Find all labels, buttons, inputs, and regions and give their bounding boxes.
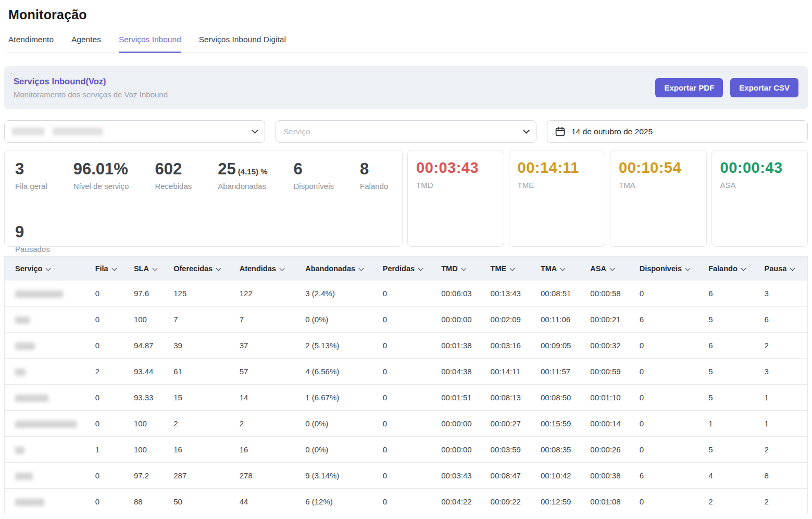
tab-servi-os-inbound[interactable]: Serviços Inbound: [119, 35, 181, 53]
stat-value: 3: [15, 161, 47, 177]
tab-servi-os-inbound-digital[interactable]: Serviços Inbound Digital: [199, 35, 286, 53]
column-header-asa[interactable]: ASA: [586, 257, 635, 281]
column-header-label: Serviço: [15, 264, 42, 273]
column-header-oferecidas[interactable]: Oferecidas: [169, 257, 235, 281]
cell-sla: 88: [130, 489, 169, 515]
cell-fila: 0: [91, 385, 130, 411]
service-name-cell: [5, 489, 91, 515]
cell-dispon-veis: 0: [635, 489, 705, 515]
cell-abandonadas: 0 (0%): [301, 307, 379, 333]
cell-tmd: 00:03:43: [437, 463, 486, 489]
cell-tma: 00:08:51: [536, 281, 586, 307]
cell-tma: 00:11:06: [536, 307, 586, 333]
stat-label: Nível de serviço: [73, 182, 129, 191]
export-csv-button[interactable]: Exportar CSV: [730, 78, 798, 97]
stat-n-vel-de-servi-o: 96.01%Nível de serviço: [73, 161, 129, 191]
column-header-fila[interactable]: Fila: [91, 257, 130, 281]
chevron-down-icon: [523, 127, 530, 134]
cell-perdidas: 0: [379, 411, 437, 437]
stat-label: Pausados: [15, 245, 50, 254]
column-header-abandonadas[interactable]: Abandonadas: [301, 257, 379, 281]
banner-text: Serviços Inbound(Voz) Monitoramento dos …: [14, 77, 168, 99]
service-name-cell: [5, 359, 91, 385]
cell-sla: 97.2: [130, 463, 169, 489]
cell-pausa: 2: [760, 333, 807, 359]
cell-pausa: 6: [760, 307, 807, 333]
cell-tmd: 00:01:51: [437, 385, 486, 411]
cell-atendidas: 122: [235, 281, 301, 307]
date-picker[interactable]: 14 de outubro de 2025: [547, 120, 808, 143]
sort-chevron-down-icon: [461, 266, 466, 271]
cell-abandonadas: 0 (0%): [301, 437, 379, 463]
service-select[interactable]: Serviço: [276, 120, 536, 143]
column-header-servi-o[interactable]: Serviço: [5, 257, 91, 281]
inbound-voice-banner: Serviços Inbound(Voz) Monitoramento dos …: [4, 66, 808, 109]
stat-abandonadas: 25(4.15) %Abandonadas: [218, 161, 267, 191]
sort-chevron-down-icon: [359, 266, 364, 271]
cell-tme: 00:08:13: [486, 385, 536, 411]
column-header-perdidas[interactable]: Perdidas: [379, 257, 437, 281]
column-header-tme[interactable]: TME: [486, 257, 536, 281]
cell-sla: 93.44: [130, 359, 169, 385]
redacted-service-name: [15, 290, 63, 298]
column-header-atendidas[interactable]: Atendidas: [235, 257, 301, 281]
table-row: 094.8739372 (5.13%)000:01:3800:03:1600:0…: [5, 333, 807, 359]
cell-oferecidas: 287: [169, 463, 235, 489]
redacted-queue-text: [12, 128, 44, 135]
cell-perdidas: 0: [379, 437, 437, 463]
time-card-label: TME: [518, 181, 597, 189]
cell-tma: 00:08:50: [536, 385, 586, 411]
cell-abandonadas: 9 (3.14%): [301, 463, 379, 489]
column-header-label: ASA: [590, 264, 606, 273]
stat-fila-geral: 3Fila geral: [15, 161, 47, 191]
tab-agentes[interactable]: Agentes: [71, 35, 101, 53]
cell-dispon-veis: 6: [635, 307, 705, 333]
stat-value: 25(4.15) %: [218, 161, 267, 177]
time-value: 00:10:54: [619, 160, 698, 175]
services-table-wrap: ServiçoFilaSLAOferecidasAtendidasAbandon…: [4, 256, 808, 514]
column-header-label: Oferecidas: [173, 264, 213, 273]
column-header-pausa[interactable]: Pausa: [760, 257, 807, 281]
cell-pausa: 8: [760, 463, 807, 489]
redacted-service-name: [15, 369, 26, 376]
cell-perdidas: 0: [379, 489, 437, 515]
cell-pausa: 2: [760, 489, 807, 515]
cell-tme: 00:13:43: [486, 281, 536, 307]
column-header-label: SLA: [134, 264, 149, 273]
stat-label: Abandonadas: [218, 182, 267, 191]
column-header-tmd[interactable]: TMD: [437, 257, 486, 281]
queue-select[interactable]: [4, 120, 265, 143]
stat-label: Disponíveis: [294, 182, 334, 191]
cell-asa: 00:01:08: [586, 489, 635, 515]
sort-chevron-down-icon: [418, 266, 423, 271]
redacted-service-name: [15, 395, 48, 402]
tab-atendimento[interactable]: Atendimento: [8, 35, 54, 53]
cell-dispon-veis: 6: [635, 463, 705, 489]
service-name-cell: [5, 385, 91, 411]
cell-tme: 00:03:16: [486, 333, 536, 359]
cell-pausa: 1: [760, 411, 807, 437]
time-card-tma: 00:10:54TMA: [610, 150, 707, 247]
banner-title: Serviços Inbound(Voz): [14, 77, 168, 86]
export-pdf-button[interactable]: Exportar PDF: [655, 78, 723, 97]
cell-pausa: 1: [760, 385, 807, 411]
service-name-cell: [5, 333, 91, 359]
cell-abandonadas: 2 (5.13%): [301, 333, 379, 359]
cell-tma: 00:08:35: [536, 437, 586, 463]
cell-dispon-veis: 0: [635, 437, 705, 463]
cell-fila: 1: [91, 437, 130, 463]
service-name-cell: [5, 411, 91, 437]
sort-chevron-down-icon: [790, 266, 795, 271]
cell-perdidas: 0: [379, 463, 437, 489]
column-header-label: Abandonadas: [305, 264, 355, 273]
cell-fila: 2: [91, 359, 130, 385]
column-header-falando[interactable]: Falando: [704, 257, 760, 281]
stat-value: 96.01%: [73, 161, 129, 177]
stat-label: Recebidas: [155, 182, 192, 191]
column-header-dispon-veis[interactable]: Disponíveis: [635, 257, 705, 281]
cell-atendidas: 16: [235, 437, 301, 463]
cell-fila: 0: [91, 411, 130, 437]
column-header-tma[interactable]: TMA: [536, 257, 586, 281]
service-select-placeholder: Serviço: [283, 127, 310, 136]
column-header-sla[interactable]: SLA: [130, 257, 169, 281]
